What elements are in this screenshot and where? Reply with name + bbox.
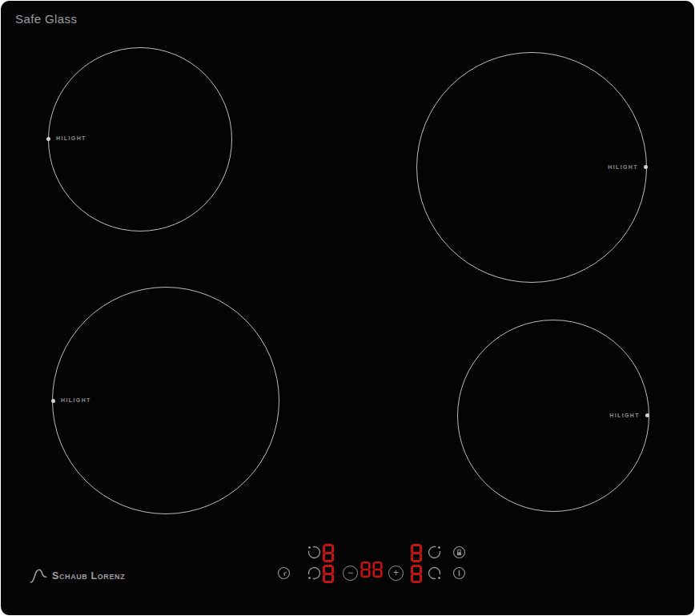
brand-logo-text: Schaub Lorenz [52, 570, 125, 582]
minus-button[interactable]: − [343, 566, 358, 581]
product-image: Safe Glass HILIGHT HILIGHT HILIGHT HILIG… [0, 0, 695, 616]
display-timer [360, 562, 383, 578]
burner-selector-icon [307, 566, 322, 581]
hilight-dot [46, 137, 50, 141]
display-front-left [323, 565, 334, 583]
hilight-label-front-left: HILIGHT [61, 397, 91, 404]
minus-icon: − [348, 568, 353, 578]
brand-logo: Schaub Lorenz [30, 568, 125, 584]
burner-selector-icon [427, 566, 442, 581]
burner-select-front-left-button[interactable] [307, 566, 322, 581]
cooktop-surface: Safe Glass HILIGHT HILIGHT HILIGHT HILIG… [1, 1, 694, 615]
burner-select-rear-left-button[interactable] [307, 545, 322, 560]
clock-icon [276, 566, 291, 581]
hilight-dot [645, 413, 649, 417]
power-icon [452, 566, 467, 581]
schaub-lorenz-mark-icon [30, 568, 49, 584]
display-rear-left [323, 544, 334, 562]
plus-icon: + [393, 568, 399, 578]
hilight-label-rear-left: HILIGHT [56, 135, 86, 142]
hilight-dot [644, 165, 648, 169]
power-button[interactable] [452, 566, 467, 581]
display-rear-right [411, 544, 422, 562]
plus-button[interactable]: + [388, 566, 404, 581]
display-front-right [411, 565, 422, 583]
burner-select-front-right-button[interactable] [427, 566, 442, 581]
safety-glass-label: Safe Glass [15, 12, 77, 26]
burner-selector-icon [427, 545, 442, 560]
hilight-label-rear-right: HILIGHT [597, 164, 638, 171]
hilight-label-front-right: HILIGHT [598, 413, 640, 419]
child-lock-button[interactable] [452, 545, 467, 560]
padlock-icon [452, 545, 467, 560]
burner-select-rear-right-button[interactable] [427, 545, 442, 560]
hilight-dot [51, 399, 55, 403]
burner-selector-icon [307, 545, 322, 560]
timer-button[interactable] [276, 566, 291, 581]
